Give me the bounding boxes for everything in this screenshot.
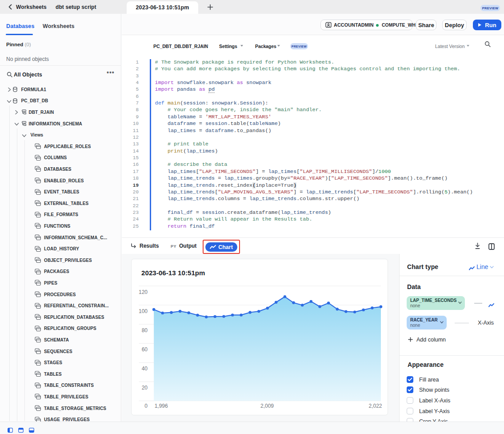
- svg-text:80: 80: [142, 327, 148, 334]
- svg-text:120: 120: [139, 289, 148, 295]
- svg-text:40: 40: [142, 366, 148, 372]
- svg-text:1,996: 1,996: [155, 403, 168, 409]
- svg-text:60: 60: [142, 346, 148, 353]
- svg-text:20: 20: [142, 385, 148, 391]
- svg-text:100: 100: [139, 308, 148, 314]
- svg-text:2,009: 2,009: [260, 403, 274, 409]
- svg-text:0: 0: [144, 403, 148, 409]
- svg-text:2,022: 2,022: [368, 403, 382, 409]
